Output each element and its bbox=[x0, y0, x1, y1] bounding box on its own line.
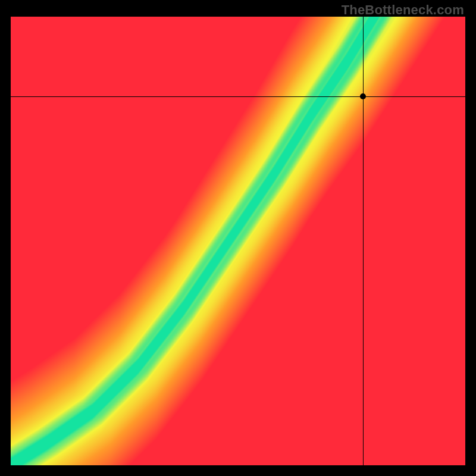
heatmap-frame bbox=[11, 17, 465, 465]
crosshair-vertical bbox=[363, 17, 364, 465]
watermark: TheBottleneck.com bbox=[342, 2, 464, 18]
bottleneck-heatmap bbox=[11, 17, 465, 465]
crosshair-horizontal bbox=[11, 96, 465, 97]
selection-marker bbox=[360, 93, 366, 99]
